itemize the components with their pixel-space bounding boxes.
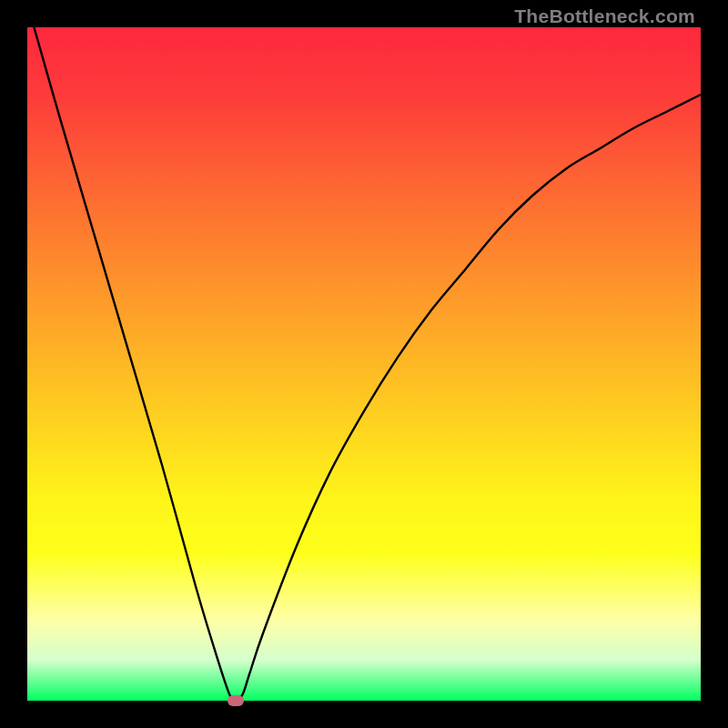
plot-area — [27, 27, 701, 701]
minimum-marker — [228, 695, 244, 706]
chart-frame: TheBottleneck.com — [0, 0, 728, 728]
watermark-text: TheBottleneck.com — [514, 5, 695, 27]
bottleneck-curve — [27, 27, 701, 701]
